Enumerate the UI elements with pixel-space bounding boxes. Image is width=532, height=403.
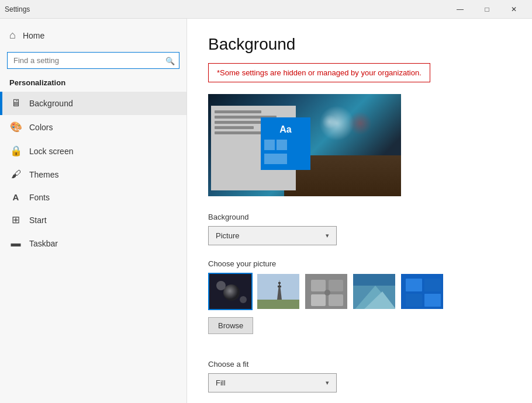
svg-rect-11: [329, 280, 343, 291]
svg-point-3: [240, 296, 247, 303]
preview-aa-label: Aa: [264, 124, 307, 135]
nav-label-taskbar: Taskbar: [29, 239, 58, 248]
maximize-button[interactable]: □: [474, 0, 500, 19]
app-body: ⌂ Home 🔍 Personalization 🖥 Background 🎨 …: [0, 19, 532, 403]
sidebar-item-colors[interactable]: 🎨 Colors: [0, 115, 186, 139]
background-icon: 🖥: [9, 98, 22, 109]
window-controls: — □ ✕: [447, 0, 527, 19]
svg-point-1: [223, 284, 240, 301]
svg-point-14: [324, 290, 330, 296]
svg-rect-13: [329, 294, 343, 306]
svg-rect-22: [406, 294, 422, 307]
content-area: Background *Some settings are hidden or …: [187, 19, 532, 403]
preview-tile: [277, 140, 287, 150]
search-box: 🔍: [7, 52, 179, 69]
svg-rect-10: [311, 280, 326, 291]
titlebar: Settings — □ ✕: [0, 0, 532, 19]
preview-line: [215, 131, 265, 134]
picture-thumb-3[interactable]: [304, 273, 348, 310]
svg-rect-23: [424, 294, 441, 307]
background-dropdown-value: Picture: [216, 231, 239, 240]
nav-label-background: Background: [29, 99, 73, 108]
sidebar-item-lock-screen[interactable]: 🔒 Lock screen: [0, 139, 186, 163]
svg-point-2: [216, 281, 226, 290]
sidebar: ⌂ Home 🔍 Personalization 🖥 Background 🎨 …: [0, 19, 187, 403]
svg-rect-5: [257, 300, 300, 310]
start-icon: ⊞: [9, 214, 22, 226]
svg-rect-21: [424, 279, 441, 291]
background-setting: Background Picture ▾: [208, 213, 511, 245]
app-title: Settings: [5, 5, 30, 13]
warning-banner: *Some settings are hidden or managed by …: [208, 63, 430, 82]
minimize-button[interactable]: —: [447, 0, 474, 19]
chevron-down-icon: ▾: [326, 379, 329, 387]
background-dropdown-label: Background: [208, 213, 511, 221]
themes-icon: 🖌: [9, 169, 22, 180]
svg-rect-7: [278, 286, 281, 287]
nav-label-colors: Colors: [29, 123, 53, 132]
sidebar-item-taskbar[interactable]: ▬ Taskbar: [0, 232, 186, 255]
nav-label-fonts: Fonts: [29, 193, 50, 202]
svg-rect-8: [278, 282, 281, 284]
search-icon: 🔍: [165, 56, 175, 65]
sidebar-item-background[interactable]: 🖥 Background: [0, 92, 186, 115]
chevron-down-icon: ▾: [326, 232, 329, 239]
background-dropdown[interactable]: Picture ▾: [208, 226, 337, 245]
search-input[interactable]: [7, 52, 179, 69]
taskbar-icon: ▬: [9, 238, 22, 249]
warning-text: *Some settings are hidden or managed by …: [217, 68, 422, 77]
lock-screen-icon: 🔒: [9, 145, 22, 157]
choose-fit-group: Choose a fit Fill ▾: [208, 360, 511, 392]
bokeh-3: [322, 114, 337, 129]
sidebar-item-themes[interactable]: 🖌 Themes: [0, 163, 186, 186]
fonts-icon: A: [9, 192, 22, 202]
preview-tiles: [264, 140, 307, 150]
svg-rect-20: [406, 279, 422, 291]
browse-button[interactable]: Browse: [208, 317, 253, 334]
bokeh-2: [348, 112, 372, 135]
nav-label-start: Start: [29, 216, 47, 225]
colors-icon: 🎨: [9, 121, 22, 133]
nav-label-themes: Themes: [29, 170, 59, 179]
picture-thumb-5[interactable]: [400, 273, 444, 310]
page-title: Background: [208, 35, 511, 54]
picture-thumb-2[interactable]: [256, 273, 300, 310]
fit-dropdown[interactable]: Fill ▾: [208, 373, 337, 392]
home-icon: ⌂: [9, 29, 16, 41]
pictures-row: [208, 273, 511, 310]
preview-tile: [264, 140, 275, 150]
preview-tile-wide: [264, 154, 287, 164]
preview-line: [215, 126, 254, 129]
picture-thumb-1[interactable]: [208, 273, 253, 310]
background-preview: Aa: [208, 94, 401, 196]
nav-label-lock-screen: Lock screen: [29, 147, 73, 156]
picture-thumb-4[interactable]: [352, 273, 396, 310]
svg-rect-12: [311, 294, 326, 306]
choose-picture-group: Choose your picture: [208, 259, 511, 346]
svg-rect-18: [353, 274, 396, 286]
sidebar-item-start[interactable]: ⊞ Start: [0, 208, 186, 232]
preview-line: [215, 110, 261, 113]
choose-fit-label: Choose a fit: [208, 360, 511, 369]
section-label: Personalization: [0, 76, 186, 92]
fit-dropdown-value: Fill: [216, 378, 226, 387]
preview-accent-window: Aa: [261, 117, 310, 170]
choose-picture-label: Choose your picture: [208, 259, 511, 268]
sidebar-item-fonts[interactable]: A Fonts: [0, 186, 186, 208]
sidebar-item-home[interactable]: ⌂ Home: [0, 23, 186, 47]
close-button[interactable]: ✕: [500, 0, 527, 19]
home-label: Home: [23, 31, 44, 40]
